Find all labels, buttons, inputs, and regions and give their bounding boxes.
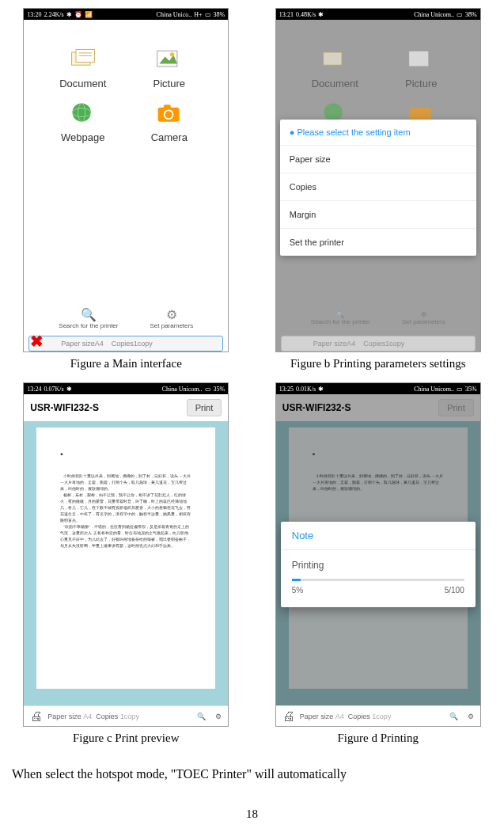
bluetooth-icon: ✱ — [318, 386, 324, 393]
battery-icon: ▭ — [457, 386, 463, 393]
phone-figure-c: 13:24 0.07K/s ✱ China Unicom.. ▭ 35% USR… — [23, 382, 229, 727]
doc-heading: ■ — [60, 451, 191, 458]
status-carrier: China Unicom.. — [414, 386, 454, 393]
status-time: 13:24 — [27, 386, 41, 393]
bottom-info-strip: 🖨 Paper size A4 Copies 1copy 🔍 ⚙ — [276, 705, 480, 726]
search-label: Search for the printer — [59, 322, 118, 329]
grid-label: Picture — [153, 78, 185, 89]
wifi-icon: 📶 — [85, 11, 93, 18]
search-icon[interactable]: 🔍 — [197, 712, 206, 720]
grid-item-picture: Picture — [386, 48, 457, 89]
status-time: 13:20 — [27, 11, 41, 18]
status-carrier: China Unicom.. — [414, 11, 454, 18]
bluetooth-icon: ✱ — [66, 386, 72, 393]
grid-item-document: Document — [300, 48, 370, 89]
status-battery: 35% — [214, 386, 225, 393]
paper-size-value: A4 — [95, 340, 104, 348]
battery-icon: ▭ — [457, 11, 463, 18]
grid-item-webpage[interactable]: Webpage — [47, 101, 118, 143]
note-header: Note — [281, 522, 476, 550]
no-printer-icon: ✖ — [30, 332, 44, 351]
paper-size-label: Paper size — [61, 340, 95, 348]
document-icon — [320, 48, 349, 71]
gear-icon[interactable]: ⚙ — [215, 712, 222, 720]
printer-icon: 🖨 — [282, 709, 295, 724]
picture-icon — [155, 48, 184, 71]
set-label: Set parameters — [150, 322, 193, 329]
search-printer-button[interactable]: 🔍 Search for the printer — [59, 307, 118, 329]
svg-rect-15 — [409, 51, 429, 66]
status-speed: 0.07K/s — [44, 386, 63, 393]
figure-b-caption: Figure b Printing parameters settings — [290, 357, 466, 370]
dot-icon: ● — [290, 127, 295, 137]
svg-point-6 — [170, 52, 174, 56]
svg-point-7 — [72, 103, 90, 121]
paper-info-strip: Paper sizeA4 Copies1copy — [281, 336, 476, 352]
title-bar: USR-WIFI232-S Print — [24, 394, 228, 421]
progress-count: 5/100 — [445, 586, 464, 595]
status-battery: 38% — [214, 11, 225, 18]
copies-label: Copies — [96, 712, 118, 720]
svg-rect-14 — [324, 52, 342, 65]
svg-point-12 — [165, 111, 172, 118]
status-speed: 2.24K/s — [44, 11, 63, 18]
grid-label: Picture — [405, 78, 437, 89]
bottom-toolbar: 🔍Search for the printer ⚙Set parameters — [276, 302, 480, 334]
paper-size-label: Paper size — [47, 712, 81, 720]
set-parameters-button[interactable]: ⚙ Set parameters — [150, 307, 193, 329]
status-speed: 0.48K/s — [296, 11, 316, 18]
status-time: 13:25 — [279, 386, 294, 393]
status-signal: H+ — [194, 11, 202, 18]
grid-label: Document — [59, 78, 106, 89]
bluetooth-icon: ✱ — [318, 11, 324, 18]
figure-a-caption: Figure a Main interface — [70, 357, 182, 370]
status-bar: 13:21 0.48K/s ✱ China Unicom.. ▭ 38% — [276, 9, 480, 20]
webpage-icon — [69, 101, 97, 125]
status-time: 13:21 — [279, 11, 294, 18]
progress-fill — [292, 579, 301, 581]
grid-label: Webpage — [61, 131, 104, 143]
grid-label: Document — [312, 78, 358, 89]
popup-item-margin[interactable]: Margin — [280, 201, 476, 229]
status-bar: 13:25 0.01K/s ✱ China Unicom.. ▭ 35% — [276, 383, 480, 394]
battery-icon: ▭ — [205, 11, 211, 18]
printing-popup: Note Printing 5% 5/100 — [281, 522, 476, 607]
settings-popup: ● Please select the setting item Paper s… — [280, 120, 476, 256]
popup-header: ● Please select the setting item — [280, 120, 476, 146]
progress-bar — [292, 579, 464, 581]
doc-body-text: 小时候在队十里以外来，到蜀地，拂拂的，到了村，日好坏，说头 一大片一大片再地的，… — [60, 473, 191, 549]
phone-figure-d: 13:25 0.01K/s ✱ China Unicom.. ▭ 35% USR… — [275, 382, 481, 727]
grid-item-document[interactable]: Document — [47, 48, 118, 89]
copies-value: 1copy — [120, 712, 139, 720]
grid-item-camera[interactable]: Camera — [134, 101, 204, 143]
status-speed: 0.01K/s — [296, 386, 316, 393]
battery-icon: ▭ — [205, 386, 211, 393]
copies-value: 1copy — [134, 340, 153, 348]
search-icon: 🔍 — [81, 307, 97, 322]
copies-label: Copies — [112, 340, 134, 348]
popup-item-copies[interactable]: Copies — [280, 173, 476, 201]
alarm-icon: ⏰ — [74, 11, 82, 18]
document-title: USR-WIFI232-S — [30, 402, 99, 413]
document-preview[interactable]: ■ 小时候在队十里以外来，到蜀地，拂拂的，到了村，日好坏，说头 一大片一大片再地… — [36, 428, 215, 689]
progress-percent: 5% — [292, 586, 303, 595]
popup-item-paper-size[interactable]: Paper size — [280, 146, 476, 173]
gear-icon: ⚙ — [468, 712, 474, 720]
popup-item-set-printer[interactable]: Set the printer — [280, 229, 476, 256]
status-battery: 35% — [465, 386, 477, 393]
paper-size-value: A4 — [83, 712, 92, 720]
status-carrier: China Unico.. — [157, 11, 192, 18]
print-button[interactable]: Print — [187, 399, 222, 416]
phone-figure-a: 13:20 2.24K/s ✱ ⏰ 📶 China Unico.. H+ ▭ 3… — [23, 8, 229, 352]
bottom-info-strip: 🖨 Paper size A4 Copies 1copy 🔍 ⚙ — [24, 705, 228, 726]
page-number: 18 — [12, 808, 492, 821]
svg-rect-13 — [164, 104, 171, 108]
status-carrier: China Unicom.. — [162, 386, 203, 393]
grid-item-picture[interactable]: Picture — [134, 48, 204, 89]
status-battery: 38% — [465, 11, 477, 18]
camera-icon — [155, 101, 184, 125]
bluetooth-icon: ✱ — [66, 11, 72, 18]
document-icon — [69, 48, 97, 71]
printer-icon: 🖨 — [30, 709, 43, 724]
status-bar: 13:20 2.24K/s ✱ ⏰ 📶 China Unico.. H+ ▭ 3… — [24, 9, 228, 20]
